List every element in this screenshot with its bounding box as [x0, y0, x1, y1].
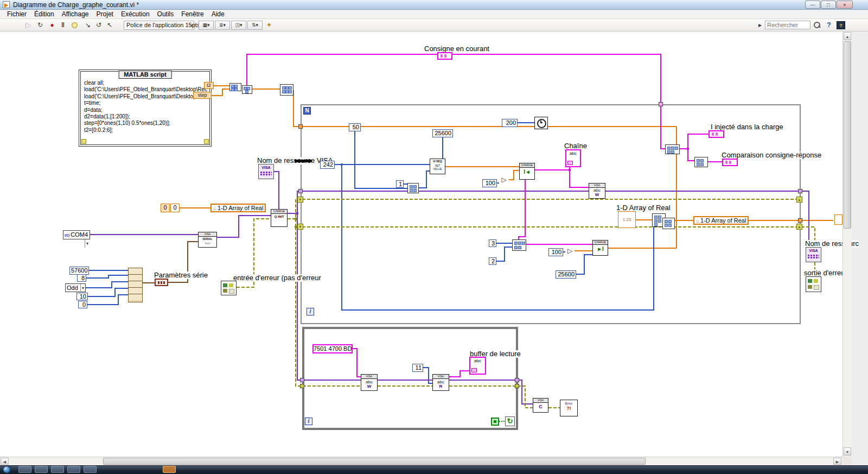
consigne-graph-terminal[interactable]	[437, 52, 452, 60]
search-input[interactable]	[765, 21, 810, 29]
search-expand-icon[interactable]: ▸	[756, 20, 764, 30]
string-constant-bd[interactable]: 7501 4700 BD	[312, 344, 353, 353]
numeric-constant-25600b[interactable]: 25600	[556, 270, 576, 279]
numeric-constant-25600[interactable]: 25600	[432, 129, 453, 137]
align-objects-dropdown[interactable]: ▦▾	[199, 21, 214, 30]
context-help-icon[interactable]: ?	[837, 21, 845, 29]
run-button[interactable]: ▶	[23, 20, 34, 30]
numeric-constant-50[interactable]: 50	[349, 123, 361, 131]
resize-handle[interactable]	[204, 139, 209, 144]
title-bar[interactable]: Diagramme de Charge_graphe_courant.vi * …	[0, 0, 868, 10]
pause-button[interactable]: ‖	[58, 20, 68, 30]
shift-register-left[interactable]: ▼	[297, 197, 303, 203]
loop-count-terminal[interactable]: N	[303, 107, 311, 115]
array-index-box[interactable]: 0	[161, 204, 170, 212]
matlab-output-t2[interactable]: t2	[204, 82, 214, 89]
maximize-button[interactable]: □	[821, 1, 836, 9]
stopbits-constant[interactable]: 10	[76, 293, 88, 300]
resize-handle[interactable]	[81, 139, 86, 144]
charge-init-node[interactable]: CHARGE Q INIT	[271, 209, 288, 227]
com-port-constant[interactable]: I/OCOM4▾	[63, 230, 90, 239]
taskbar-app-icon[interactable]	[163, 466, 176, 473]
horizontal-scrollbar[interactable]: ◀ ▶	[0, 457, 843, 465]
scale-node-icon[interactable]: ▷	[499, 176, 509, 185]
clipped-local-variable[interactable]	[834, 214, 843, 225]
wait-ms-node[interactable]	[534, 117, 548, 129]
build-array-icon[interactable]	[229, 83, 241, 91]
numeric-constant-11[interactable]: 11	[412, 364, 423, 372]
help-icon[interactable]: ?	[825, 21, 833, 30]
scale-node-icon[interactable]: ▷	[565, 247, 575, 255]
array-element-box[interactable]: 0	[170, 204, 180, 212]
visa-resource-constant[interactable]: VISA	[258, 164, 274, 179]
visa-close-node[interactable]: VISA C	[533, 398, 548, 413]
menu-edition[interactable]: Édition	[30, 10, 58, 18]
charge-set-current-node[interactable]: CHARGE I◄	[519, 163, 535, 180]
numeric-constant-200[interactable]: 200	[502, 119, 518, 127]
array-convert-icon[interactable]	[280, 84, 293, 96]
font-selector[interactable]: Police de l'application 15pts▾	[124, 21, 194, 30]
charge-read-current-node[interactable]: CHARGE ►I	[592, 240, 608, 256]
for-loop[interactable]	[301, 104, 801, 324]
error-in-constant[interactable]	[221, 281, 237, 295]
boolean-constant[interactable]	[491, 418, 499, 426]
format-string-icon[interactable]	[512, 239, 526, 251]
numeric-constant-100b[interactable]: 100	[548, 248, 563, 256]
req-set-value-node[interactable]: VI REQ SET VALUE	[430, 159, 445, 174]
while-iteration-terminal[interactable]: i	[305, 418, 312, 425]
string-indicator-buffer[interactable]: abc	[469, 357, 486, 375]
reorder-dropdown[interactable]: ⇅▾	[247, 21, 263, 30]
local-variable-array-right[interactable]: ⌂1-D Array of Real	[693, 216, 749, 225]
distribute-objects-dropdown[interactable]: ≣▾	[215, 21, 230, 30]
loop-condition-terminal[interactable]: ↻	[505, 416, 515, 426]
taskbar-app-icon[interactable]	[67, 466, 80, 473]
build-array-icon[interactable]	[662, 218, 675, 229]
visa-configure-serial-node[interactable]: VISA SERIAL Instr	[198, 232, 217, 248]
visa-write-node[interactable]: VISA abc W	[589, 183, 605, 199]
vertical-scrollbar[interactable]: ▲ ▼	[843, 31, 852, 457]
error-out-indicator[interactable]	[806, 276, 821, 292]
bundle-cluster-icon[interactable]	[128, 268, 143, 302]
comparaison-graph-terminal[interactable]	[722, 159, 738, 166]
parity-ring[interactable]: Odd▾	[65, 283, 86, 292]
clean-up-diagram-button[interactable]: ✦	[264, 20, 275, 30]
numeric-constant-100[interactable]: 100	[482, 179, 497, 187]
loop-iteration-terminal[interactable]: i	[307, 308, 314, 315]
while-loop[interactable]	[302, 327, 518, 430]
scroll-up-button[interactable]: ▲	[844, 32, 851, 40]
bundle-compare-icon[interactable]	[694, 157, 708, 167]
menu-affichage[interactable]: Affichage	[58, 10, 93, 18]
visa-write-node-2[interactable]: VISA abc W	[361, 374, 378, 391]
highlight-execution-button[interactable]	[72, 22, 78, 28]
shift-register-right[interactable]: ▲	[796, 224, 802, 230]
matlab-script-node[interactable]: MATLAB script clear all; load('C:\Users\…	[79, 69, 212, 147]
step-out-button[interactable]: ↖	[104, 20, 115, 30]
shift-register-left[interactable]: ▼	[297, 224, 303, 230]
close-button[interactable]: ×	[837, 1, 853, 9]
build-array-icon[interactable]	[407, 183, 419, 193]
visa-read-node[interactable]: VISA abc R	[432, 374, 449, 391]
step-into-button[interactable]: ↘	[82, 20, 93, 30]
menu-fenetre[interactable]: Fenêtre	[177, 10, 207, 18]
scroll-right-button[interactable]: ▶	[833, 458, 841, 465]
scroll-down-button[interactable]: ▼	[844, 447, 851, 456]
string-indicator-chaine[interactable]: abc	[565, 149, 581, 167]
taskbar-app-icon[interactable]	[51, 466, 64, 473]
databits-constant[interactable]: 8	[77, 274, 86, 282]
matlab-output-step[interactable]: step	[193, 92, 212, 99]
minimize-button[interactable]: —	[805, 1, 820, 9]
abort-button[interactable]: ●	[47, 20, 58, 30]
menu-outils[interactable]: Outils	[154, 10, 178, 18]
array-constant[interactable]: 1.23	[618, 211, 636, 228]
matlab-code[interactable]: clear all; load('C:\Users\PFE_Obled_Bran…	[84, 80, 208, 139]
taskbar-app-icon[interactable]	[35, 466, 48, 473]
run-continuous-button[interactable]: ↻	[35, 20, 46, 30]
index-array-icon[interactable]	[665, 144, 680, 154]
numeric-constant-2[interactable]: 2	[489, 257, 496, 265]
flow-constant[interactable]: 0	[78, 301, 87, 308]
horizontal-scroll-thumb[interactable]	[103, 458, 646, 465]
taskbar-app-icon[interactable]	[18, 466, 31, 473]
visa-resource-indicator[interactable]: VISA	[806, 247, 821, 262]
local-variable-array-left[interactable]: ⌂1-D Array of Real	[210, 204, 266, 212]
start-button[interactable]	[3, 466, 11, 473]
